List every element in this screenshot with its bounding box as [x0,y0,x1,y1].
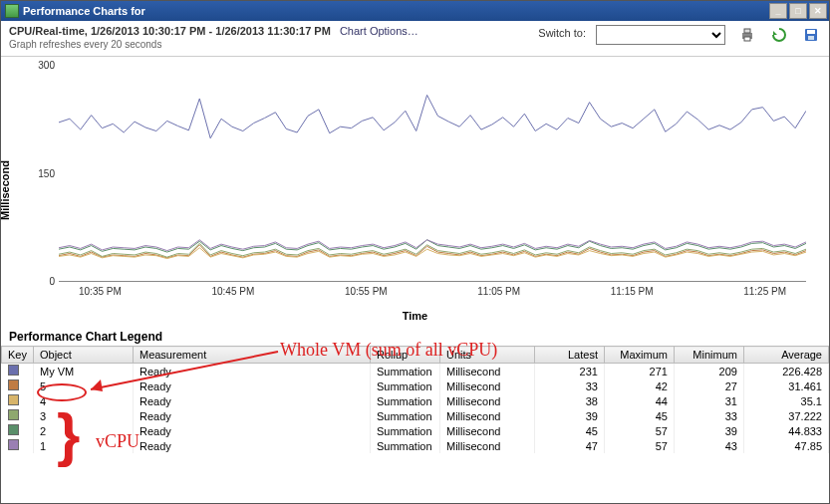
col-key[interactable]: Key [2,347,34,364]
table-row[interactable]: 3ReadySummationMillisecond39453337.222 [2,408,829,423]
y-tick: 300 [29,60,55,71]
col-measurement[interactable]: Measurement [133,347,370,364]
cell-object: 3 [33,408,133,423]
titlebar: Performance Charts for _ □ ✕ [1,1,829,21]
cell-object: My VM [33,364,133,379]
cell-maximum: 57 [604,438,674,453]
col-average[interactable]: Average [743,347,828,364]
col-maximum[interactable]: Maximum [604,347,674,364]
cell-measurement: Ready [133,393,370,408]
cell-rollup: Summation [370,423,439,438]
cell-maximum: 57 [604,423,674,438]
cell-minimum: 43 [674,438,743,453]
svg-rect-2 [744,37,750,41]
refresh-icon[interactable] [769,25,789,45]
svg-rect-5 [808,36,814,40]
col-rollup[interactable]: Rollup [370,347,439,364]
print-icon[interactable] [737,25,757,45]
legend-title: Performance Chart Legend [1,324,829,346]
cell-measurement: Ready [133,408,370,423]
x-tick: 11:05 PM [477,286,520,297]
cell-average: 226.428 [743,364,828,379]
col-minimum[interactable]: Minimum [674,347,743,364]
table-row[interactable]: 5ReadySummationMillisecond33422731.461 [2,378,829,393]
cell-latest: 38 [534,393,604,408]
col-latest[interactable]: Latest [534,347,604,364]
cell-minimum: 39 [674,423,743,438]
legend-key-icon [8,379,19,390]
cell-object: 2 [33,423,133,438]
cell-maximum: 45 [604,408,674,423]
cell-maximum: 271 [604,364,674,379]
app-icon [5,4,19,18]
window-title: Performance Charts for [23,5,769,17]
cell-rollup: Summation [370,364,439,379]
x-tick: 11:25 PM [743,286,786,297]
switch-to-select[interactable] [596,25,725,45]
cell-measurement: Ready [133,378,370,393]
cell-average: 37.222 [743,408,828,423]
cell-average: 31.461 [743,378,828,393]
cell-units: Millisecond [439,393,534,408]
save-icon[interactable] [801,25,821,45]
cell-minimum: 209 [674,364,743,379]
chart-plot: 300 150 0 [59,65,806,282]
cell-latest: 39 [534,408,604,423]
close-button[interactable]: ✕ [809,3,827,19]
refresh-note: Graph refreshes every 20 seconds [9,39,532,50]
cell-average: 47.85 [743,438,828,453]
x-tick: 10:35 PM [79,286,122,297]
cell-object: 4 [33,393,133,408]
cell-units: Millisecond [439,408,534,423]
table-row[interactable]: 1ReadySummationMillisecond47574347.85 [2,438,829,453]
cell-units: Millisecond [439,438,534,453]
legend-key-icon [8,409,19,420]
toolbar: CPU/Real-time, 1/26/2013 10:30:17 PM - 1… [1,21,829,57]
cell-average: 44.833 [743,423,828,438]
y-axis-label: Millisecond [0,160,11,220]
legend-key-icon [8,394,19,405]
x-ticks: 10:35 PM 10:45 PM 10:55 PM 11:05 PM 11:1… [59,286,806,297]
window-buttons: _ □ ✕ [769,3,827,19]
cell-rollup: Summation [370,378,439,393]
cell-minimum: 27 [674,378,743,393]
x-tick: 10:45 PM [211,286,254,297]
legend-key-icon [8,365,19,376]
cell-measurement: Ready [133,423,370,438]
minimize-button[interactable]: _ [769,3,787,19]
cell-maximum: 42 [604,378,674,393]
col-object[interactable]: Object [33,347,133,364]
chart-options-link[interactable]: Chart Options… [340,25,418,37]
maximize-button[interactable]: □ [789,3,807,19]
svg-rect-4 [807,30,815,34]
x-tick: 10:55 PM [345,286,388,297]
cell-measurement: Ready [133,438,370,453]
cell-units: Millisecond [439,378,534,393]
switch-to-label: Switch to: [538,27,586,39]
legend-table: Key Object Measurement Rollup Units Late… [1,346,829,453]
cell-average: 35.1 [743,393,828,408]
legend-body: My VMReadySummationMillisecond2312712092… [2,364,829,454]
col-units[interactable]: Units [439,347,534,364]
chart-lines [59,65,806,281]
y-tick: 0 [29,276,55,287]
cell-object: 1 [33,438,133,453]
table-row[interactable]: 2ReadySummationMillisecond45573944.833 [2,423,829,438]
svg-rect-1 [744,29,750,33]
chart-area: Millisecond 300 150 0 10:35 PM 10:45 PM … [1,57,829,324]
cell-rollup: Summation [370,438,439,453]
cell-maximum: 44 [604,393,674,408]
cell-latest: 45 [534,423,604,438]
legend-key-icon [8,439,19,450]
x-axis-label: Time [403,310,427,322]
table-row[interactable]: My VMReadySummationMillisecond2312712092… [2,364,829,379]
cell-units: Millisecond [439,364,534,379]
cell-measurement: Ready [133,364,370,379]
y-tick: 150 [29,167,55,178]
cell-rollup: Summation [370,408,439,423]
cell-latest: 231 [534,364,604,379]
time-range-label: CPU/Real-time, 1/26/2013 10:30:17 PM - 1… [9,25,331,37]
cell-object: 5 [33,378,133,393]
table-row[interactable]: 4ReadySummationMillisecond38443135.1 [2,393,829,408]
legend-header-row: Key Object Measurement Rollup Units Late… [2,347,829,364]
